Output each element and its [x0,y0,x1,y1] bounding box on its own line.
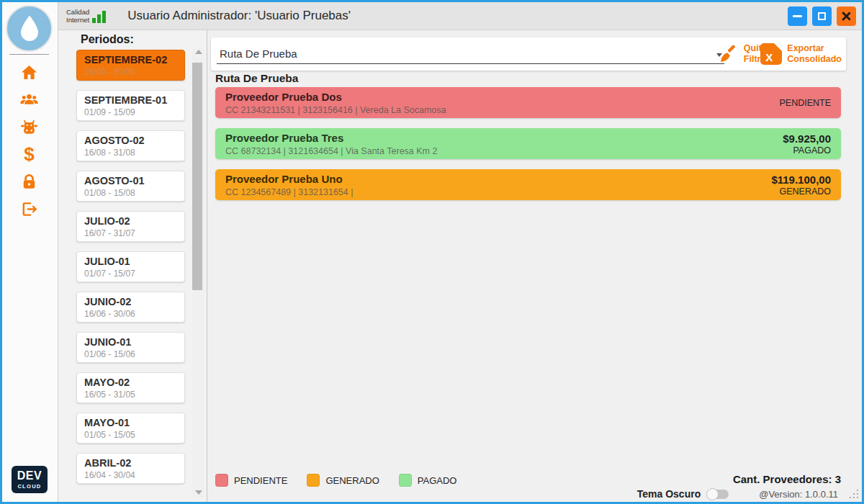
period-name: JUNIO-02 [84,296,177,307]
provider-status: PENDIENTE [779,98,831,108]
providers-list: Proveedor Prueba Dos CC 21343211531 | 31… [215,87,841,210]
security-button[interactable] [20,172,38,191]
maximize-icon [818,12,826,20]
cow-icon [19,118,39,136]
period-range: 16/07 - 31/07 [84,228,177,238]
provider-card[interactable]: Proveedor Prueba Tres CC 68732134 | 3121… [215,128,841,159]
legend-swatch-pagado [399,474,412,487]
period-item[interactable]: AGOSTO-02 16/08 - 31/08 [76,130,185,161]
period-item[interactable]: JUNIO-02 16/06 - 30/06 [76,292,185,323]
maximize-button[interactable] [812,6,832,26]
toggle-knob [706,488,719,500]
period-name: ABRIL-02 [84,457,177,469]
brand-line1: Calidad [66,8,89,16]
route-select[interactable]: Ruta De Prueba [217,43,724,64]
period-range: 16/09 - 30/09 [84,67,177,77]
scroll-up-button[interactable] [192,47,204,57]
status-legend: PENDIENTE GENERADO PAGADO [215,474,476,487]
minimize-button[interactable] [788,6,807,26]
provider-details: CC 68732134 | 3121634654 | Via Santa Ter… [225,146,831,156]
export-consolidated-label: Exportar Consolidado [787,43,842,65]
provider-name: Proveedor Prueba Dos [225,91,831,103]
period-item[interactable]: SEPTIEMBRE-01 01/09 - 15/09 [76,90,185,121]
close-button[interactable] [837,6,856,26]
period-item[interactable]: AGOSTO-01 01/08 - 15/08 [76,171,185,202]
period-range: 16/06 - 30/06 [84,309,177,319]
version-label: @Version: 1.0.0.11 [759,489,838,500]
livestock-button[interactable] [19,117,39,136]
logout-button[interactable] [20,199,38,218]
devcloud-logo-bottom: CLOUD [17,483,41,490]
scroll-down-button[interactable] [192,487,204,498]
users-icon [19,91,39,109]
sidebar-nav: $ [2,63,56,227]
window-title: Usuario Administrador: 'Usuario Pruebas' [127,9,351,23]
provider-card[interactable]: Proveedor Prueba Uno CC 1234567489 | 313… [215,169,841,200]
period-range: 01/05 - 15/05 [84,430,177,440]
app-logo [6,5,53,52]
period-name: SEPTIEMBRE-01 [84,94,177,106]
provider-amount: $9.925,00 [783,132,831,145]
period-item[interactable]: SEPTIEMBRE-02 16/09 - 30/09 [76,50,185,81]
devcloud-logo-top: DEV [17,470,42,482]
broom-icon [719,44,739,64]
period-name: SEPTIEMBRE-02 [84,54,177,66]
period-item[interactable]: JUNIO-01 01/06 - 15/06 [76,332,185,363]
legend-item-pagado: PAGADO [399,474,457,487]
period-name: JULIO-02 [84,215,177,227]
signal-bars-icon [92,11,106,24]
provider-card[interactable]: Proveedor Prueba Dos CC 21343211531 | 31… [215,87,841,118]
period-name: AGOSTO-02 [84,135,177,146]
brand-line2: Internet [66,16,89,24]
period-item[interactable]: JULIO-01 01/07 - 15/07 [76,251,185,282]
minimize-icon [793,15,802,17]
water-drop-icon [17,14,42,43]
home-button[interactable] [20,63,38,81]
titlebar: Calidad Internet Usuario Administrador: … [58,2,862,30]
file-fold-corner [774,43,782,51]
main-content: Ruta De Prueba Quitar Filtros X [208,30,862,502]
sidebar-divider [9,54,49,55]
period-item[interactable]: ABRIL-02 16/04 - 30/04 [76,453,185,484]
legend-item-pendiente: PENDIENTE [215,474,287,487]
status-bar: Tema Oscuro @Version: 1.0.0.11 [637,487,859,500]
period-name: MAYO-02 [84,377,177,388]
period-range: 16/04 - 30/04 [84,470,177,480]
period-item[interactable]: MAYO-02 16/05 - 31/05 [76,372,185,403]
period-name: JUNIO-01 [84,336,177,348]
period-item[interactable]: JULIO-02 16/07 - 31/07 [76,211,185,242]
window-controls [788,6,856,26]
chevron-up-icon [195,50,202,54]
dollar-icon: $ [24,145,34,163]
payments-button[interactable]: $ [24,145,34,163]
legend-item-generado: GENERADO [307,474,379,487]
period-name: AGOSTO-01 [84,175,177,186]
brand: Calidad Internet [66,8,106,24]
logout-icon [20,200,38,218]
period-range: 01/06 - 15/06 [84,349,177,359]
period-range: 01/08 - 15/08 [84,188,177,198]
users-button[interactable] [19,90,39,109]
route-heading: Ruta De Prueba [215,72,298,85]
dark-theme-toggle[interactable] [707,490,729,499]
periods-list: SEPTIEMBRE-02 16/09 - 30/09 SEPTIEMBRE-0… [76,50,185,493]
period-name: MAYO-01 [84,417,177,428]
sidebar: $ DEV CLOUD [2,2,58,502]
export-consolidated-button[interactable]: X Exportar Consolidado [756,37,846,71]
devcloud-logo: DEV CLOUD [12,466,48,493]
periods-scrollbar[interactable] [192,47,204,498]
legend-swatch-pendiente [215,474,228,487]
app-window: Calidad Internet Usuario Administrador: … [0,0,864,504]
provider-status: PAGADO [793,145,831,156]
route-select-value: Ruta De Prueba [220,48,297,60]
providers-count: Cant. Proveedores: 3 [733,473,841,485]
provider-details: CC 21343211531 | 3123156416 | Vereda La … [225,105,831,115]
period-item[interactable]: MAYO-01 01/05 - 15/05 [76,413,185,444]
periods-heading: Periodos: [81,33,134,46]
period-range: 16/05 - 31/05 [84,390,177,400]
provider-status: GENERADO [779,186,831,197]
periods-panel: Periodos: SEPTIEMBRE-02 16/09 - 30/09 SE… [58,30,207,502]
resize-grip[interactable] [850,490,859,499]
scrollbar-thumb[interactable] [192,63,202,290]
filter-toolbar: Ruta De Prueba Quitar Filtros X [211,37,846,71]
